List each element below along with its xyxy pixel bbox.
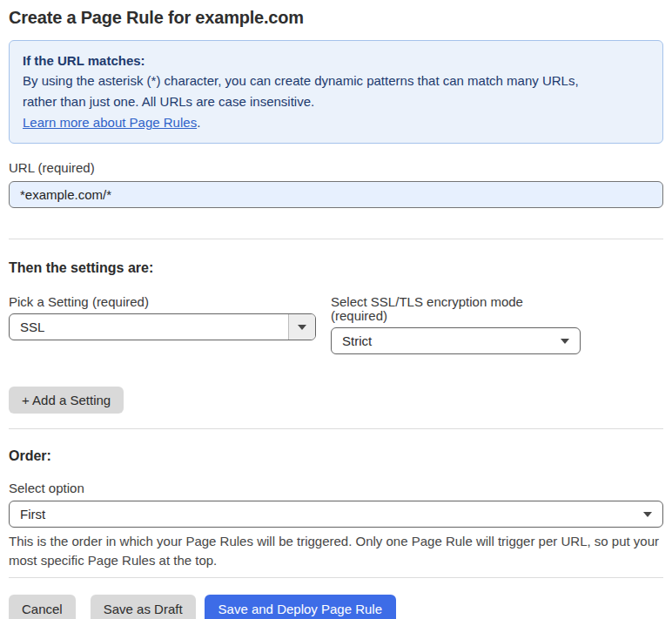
encryption-mode-value: Strict [332, 333, 561, 348]
url-input[interactable] [9, 181, 663, 208]
order-value: First [10, 507, 643, 521]
chevron-down-icon [561, 339, 569, 344]
page-title: Create a Page Rule for example.com [9, 8, 663, 27]
order-help-line: This is the order in which your Page Rul… [9, 532, 663, 551]
save-draft-button[interactable]: Save as Draft [91, 595, 196, 619]
cancel-button[interactable]: Cancel [9, 595, 76, 619]
settings-heading: Then the settings are: [9, 259, 663, 276]
url-label: URL (required) [9, 160, 663, 176]
pick-setting-dropdown[interactable]: SSL [9, 313, 316, 340]
info-box-text-line: By using the asterisk (*) character, you… [23, 71, 649, 91]
settings-row: Pick a Setting (required) SSL Select SSL… [9, 295, 663, 354]
section-divider [9, 428, 663, 429]
section-divider [9, 239, 663, 239]
link-suffix: . [197, 115, 200, 130]
pick-setting-dropdown-button[interactable] [288, 314, 315, 340]
info-box-text-line: rather than just one. All URLs are case … [23, 91, 649, 112]
info-box-heading: If the URL matches: [23, 50, 649, 71]
order-heading: Order: [9, 447, 663, 464]
order-dropdown[interactable]: First [9, 501, 663, 528]
encryption-mode-dropdown[interactable]: Strict [331, 327, 581, 354]
footer-actions: Cancel Save as Draft Save and Deploy Pag… [9, 595, 663, 619]
page-rule-form: Create a Page Rule for example.com If th… [0, 8, 672, 619]
pick-setting-value: SSL [10, 314, 288, 340]
chevron-down-icon [298, 325, 306, 330]
info-box-link-line: Learn more about Page Rules. [23, 112, 649, 133]
encryption-mode-label: Select SSL/TLS encryption mode (required… [331, 295, 581, 323]
learn-more-link[interactable]: Learn more about Page Rules [23, 115, 197, 130]
pick-setting-column: Pick a Setting (required) SSL [9, 295, 316, 354]
encryption-mode-column: Select SSL/TLS encryption mode (required… [331, 295, 581, 354]
add-setting-button[interactable]: + Add a Setting [9, 387, 124, 414]
order-help-line: most specific Page Rules at the top. [9, 551, 663, 570]
save-deploy-button[interactable]: Save and Deploy Page Rule [205, 595, 396, 619]
url-match-info-box: If the URL matches: By using the asteris… [9, 40, 663, 144]
order-help-text: This is the order in which your Page Rul… [9, 532, 663, 570]
section-divider [9, 577, 663, 578]
pick-setting-label: Pick a Setting (required) [9, 295, 316, 309]
chevron-down-icon [643, 512, 652, 517]
order-select-label: Select option [9, 481, 663, 496]
